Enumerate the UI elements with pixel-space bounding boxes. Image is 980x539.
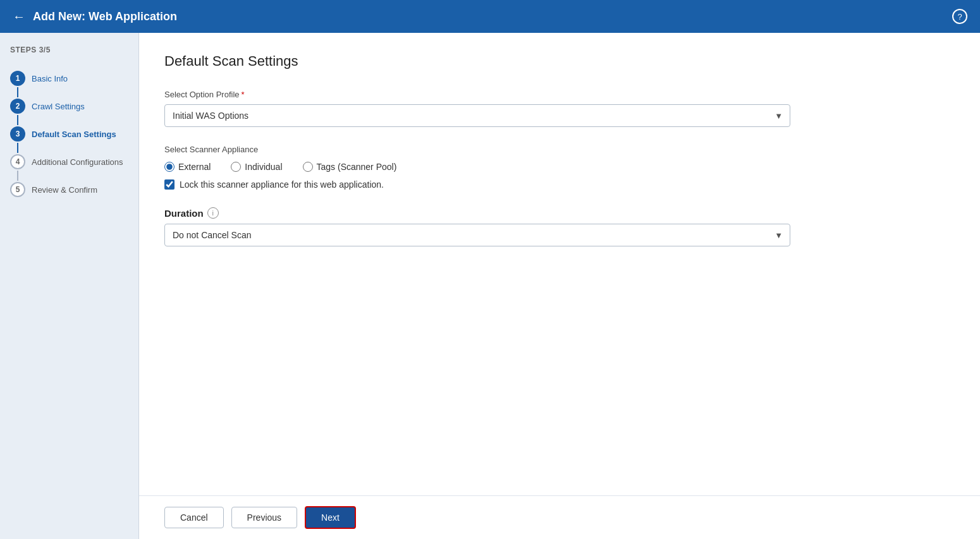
sidebar-item-basic-info[interactable]: 1 Basic Info: [0, 64, 138, 92]
duration-title: Duration: [164, 208, 204, 219]
step-label-review-confirm: Review & Confirm: [32, 185, 97, 195]
duration-label-row: Duration i: [164, 207, 955, 219]
step-circle-2: 2: [10, 99, 25, 114]
duration-section: Duration i Do not Cancel Scan 1 hour 2 h…: [164, 207, 955, 246]
radio-label-tags: Tags (Scanner Pool): [317, 162, 397, 172]
header-title-bold: Web Application: [89, 10, 177, 23]
next-button[interactable]: Next: [305, 506, 356, 529]
radio-label-external: External: [178, 162, 211, 172]
sidebar-item-crawl-settings[interactable]: 2 Crawl Settings: [0, 92, 138, 120]
radio-option-individual[interactable]: Individual: [231, 162, 282, 172]
lock-checkbox-row: Lock this scanner appliance for this web…: [164, 179, 955, 190]
step-label-additional-configurations: Additional Configurations: [32, 157, 123, 167]
radio-individual[interactable]: [231, 162, 241, 172]
cancel-button[interactable]: Cancel: [164, 507, 224, 528]
lock-checkbox-label: Lock this scanner appliance for this web…: [180, 179, 384, 190]
step-label-default-scan-settings: Default Scan Settings: [32, 130, 116, 139]
previous-button[interactable]: Previous: [231, 507, 297, 528]
duration-info-icon[interactable]: i: [207, 207, 219, 219]
scanner-appliance-label: Select Scanner Appliance: [164, 145, 955, 154]
sidebar: STEPS 3/5 1 Basic Info 2 Crawl Settings …: [0, 33, 139, 539]
step-circle-4: 4: [10, 154, 25, 169]
step-circle-5: 5: [10, 182, 25, 197]
step-circle-3: 3: [10, 126, 25, 142]
duration-select-wrapper: Do not Cancel Scan 1 hour 2 hours 4 hour…: [164, 224, 790, 246]
scanner-appliance-section: Select Scanner Appliance External Indivi…: [164, 145, 955, 190]
option-profile-label: Select Option Profile*: [164, 90, 955, 99]
footer: Cancel Previous Next: [139, 495, 980, 539]
option-profile-select[interactable]: Initial WAS Options Standard WAS Options…: [164, 104, 790, 127]
required-star: *: [242, 90, 245, 99]
steps-label: STEPS 3/5: [0, 45, 138, 64]
option-profile-section: Select Option Profile* Initial WAS Optio…: [164, 90, 955, 127]
content-scroll: Default Scan Settings Select Option Prof…: [139, 33, 980, 495]
content-area: Default Scan Settings Select Option Prof…: [139, 33, 980, 539]
radio-option-external[interactable]: External: [164, 162, 211, 172]
step-circle-1: 1: [10, 71, 25, 86]
radio-option-tags[interactable]: Tags (Scanner Pool): [303, 162, 397, 172]
radio-label-individual: Individual: [245, 162, 282, 172]
lock-checkbox[interactable]: [164, 179, 175, 190]
app-header: ← Add New: Web Application ?: [0, 0, 980, 33]
duration-select[interactable]: Do not Cancel Scan 1 hour 2 hours 4 hour…: [164, 224, 790, 246]
scanner-radio-group: External Individual Tags (Scanner Pool): [164, 162, 955, 172]
header-title-prefix: Add New:: [33, 10, 89, 23]
radio-tags[interactable]: [303, 162, 313, 172]
sidebar-item-default-scan-settings[interactable]: 3 Default Scan Settings: [0, 120, 138, 148]
header-title: Add New: Web Application: [33, 10, 177, 23]
back-arrow-icon[interactable]: ←: [13, 9, 25, 24]
page-title: Default Scan Settings: [164, 53, 955, 70]
help-icon[interactable]: ?: [952, 9, 967, 24]
sidebar-item-additional-configurations[interactable]: 4 Additional Configurations: [0, 148, 138, 176]
step-label-basic-info: Basic Info: [32, 74, 68, 83]
main-layout: STEPS 3/5 1 Basic Info 2 Crawl Settings …: [0, 33, 980, 539]
sidebar-item-review-confirm[interactable]: 5 Review & Confirm: [0, 176, 138, 203]
header-left: ← Add New: Web Application: [13, 9, 177, 24]
radio-external[interactable]: [164, 162, 175, 172]
option-profile-select-wrapper: Initial WAS Options Standard WAS Options…: [164, 104, 790, 127]
step-label-crawl-settings: Crawl Settings: [32, 102, 85, 111]
